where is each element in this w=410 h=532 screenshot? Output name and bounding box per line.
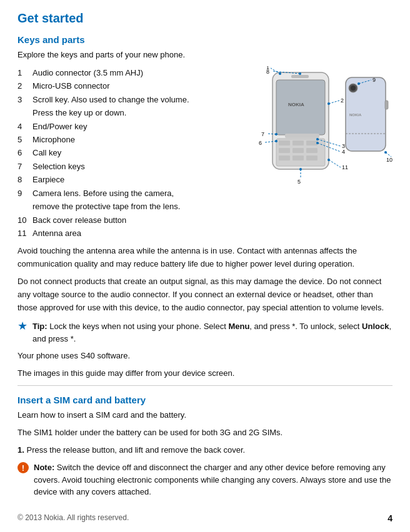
section-heading-keys: Keys and parts xyxy=(18,34,392,45)
page-number: 4 xyxy=(388,513,392,523)
svg-text:NOKIA: NOKIA xyxy=(288,102,304,107)
svg-rect-8 xyxy=(292,148,304,153)
svg-text:6: 6 xyxy=(259,140,262,146)
svg-text:5: 5 xyxy=(298,179,301,185)
svg-text:9: 9 xyxy=(372,77,376,83)
svg-rect-12 xyxy=(306,155,318,160)
svg-text:2: 2 xyxy=(341,97,344,104)
svg-rect-4 xyxy=(279,140,290,145)
note-text: Note: Switch the device off and disconne… xyxy=(34,461,392,498)
svg-text:7: 7 xyxy=(261,131,264,137)
list-item: 9 Camera lens. Before using the camera,r… xyxy=(18,187,242,214)
note-box: ! Note: Switch the device off and discon… xyxy=(18,461,392,498)
tip-text: Tip: Lock the keys when not using your p… xyxy=(32,320,392,345)
list-item: 10 Back cover release button xyxy=(18,214,242,227)
step1-label: 1. xyxy=(18,445,24,455)
page-footer: © 2013 Nokia. All rights reserved. 4 xyxy=(18,513,392,523)
svg-line-16 xyxy=(271,68,280,74)
list-item: 8 Earpiece xyxy=(18,173,242,186)
svg-rect-9 xyxy=(306,148,318,153)
svg-rect-10 xyxy=(279,155,290,160)
svg-point-44 xyxy=(351,86,356,91)
svg-rect-7 xyxy=(279,148,290,153)
software-note: Your phone uses S40 software. xyxy=(18,350,392,363)
svg-rect-5 xyxy=(292,140,304,145)
svg-rect-6 xyxy=(306,140,318,145)
list-item: 6 Call key xyxy=(18,146,242,159)
keys-parts-layout: 1 Audio connector (3.5 mm AHJ) 2 Micro-U… xyxy=(18,66,392,240)
list-item: 2 Micro-USB connector xyxy=(18,79,242,92)
svg-text:11: 11 xyxy=(342,164,348,170)
svg-line-40 xyxy=(329,160,341,167)
section-heading-sim: Insert a SIM card and battery xyxy=(18,395,392,405)
antenna-warning: Avoid touching the antenna area while th… xyxy=(18,245,392,271)
svg-text:4: 4 xyxy=(342,149,345,155)
svg-text:8: 8 xyxy=(266,69,269,75)
list-item: 5 Microphone xyxy=(18,133,242,146)
images-note: The images in this guide may differ from… xyxy=(18,367,392,380)
list-item: 4 End/Power key xyxy=(18,120,242,133)
connector-warning: Do not connect products that create an o… xyxy=(18,275,392,314)
keys-subheading: Explore the keys and parts of your new p… xyxy=(18,49,392,62)
svg-rect-1 xyxy=(276,80,325,135)
phone-diagram-svg: NOKIA 1 8 2 7 6 3 xyxy=(249,66,392,204)
svg-rect-2 xyxy=(291,75,309,78)
svg-line-22 xyxy=(329,101,339,104)
list-item: 11 Antenna area xyxy=(18,227,242,240)
svg-text:NOKIA: NOKIA xyxy=(349,113,362,117)
list-item: 1 Audio connector (3.5 mm AHJ) xyxy=(18,66,242,79)
sim-info: The SIM1 holder under the battery can be… xyxy=(18,426,392,440)
svg-rect-11 xyxy=(292,155,304,160)
step1-text: 1. Press the release button, and lift an… xyxy=(18,444,392,457)
tip-star-icon: ★ xyxy=(18,319,28,333)
section-divider xyxy=(18,385,392,386)
svg-line-52 xyxy=(386,152,391,157)
svg-text:10: 10 xyxy=(386,157,392,163)
note-icon: ! xyxy=(18,462,29,473)
svg-rect-13 xyxy=(285,134,319,138)
svg-rect-47 xyxy=(385,101,388,109)
tip-box: ★ Tip: Lock the keys when not using your… xyxy=(18,320,392,345)
keys-list: 1 Audio connector (3.5 mm AHJ) 2 Micro-U… xyxy=(18,66,242,240)
page-title: Get started xyxy=(18,11,392,26)
sim-subheading: Learn how to insert a SIM card and the b… xyxy=(18,409,392,422)
list-item: 7 Selection keys xyxy=(18,160,242,173)
list-item: 3 Scroll key. Also used to change the vo… xyxy=(18,93,242,120)
copyright-text: © 2013 Nokia. All rights reserved. xyxy=(18,513,129,523)
phone-diagram: NOKIA 1 8 2 7 6 3 xyxy=(249,66,392,204)
